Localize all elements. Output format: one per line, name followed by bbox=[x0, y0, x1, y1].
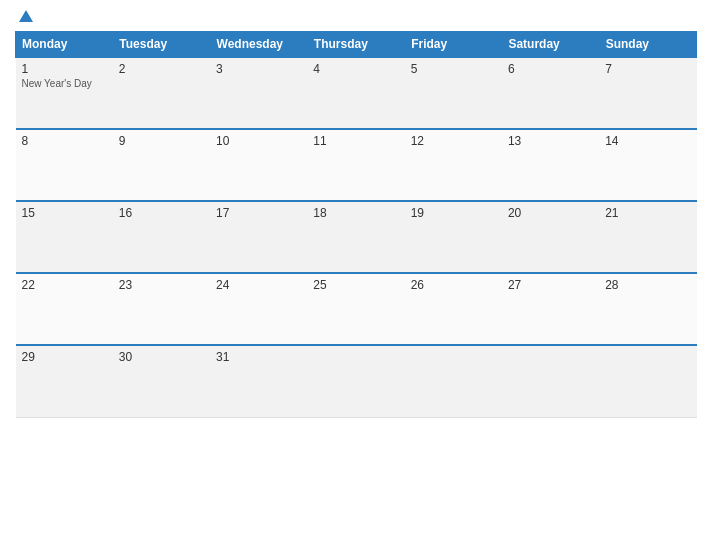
logo-triangle-icon bbox=[19, 10, 33, 22]
day-number: 3 bbox=[216, 62, 301, 76]
weekday-header-row: MondayTuesdayWednesdayThursdayFridaySatu… bbox=[16, 32, 697, 58]
day-number: 29 bbox=[22, 350, 107, 364]
calendar-cell: 14 bbox=[599, 129, 696, 201]
calendar-container: MondayTuesdayWednesdayThursdayFridaySatu… bbox=[0, 0, 712, 550]
calendar-cell: 6 bbox=[502, 57, 599, 129]
header bbox=[15, 10, 697, 23]
calendar-cell: 28 bbox=[599, 273, 696, 345]
day-number: 19 bbox=[411, 206, 496, 220]
week-row-2: 891011121314 bbox=[16, 129, 697, 201]
week-row-3: 15161718192021 bbox=[16, 201, 697, 273]
day-number: 15 bbox=[22, 206, 107, 220]
week-row-4: 22232425262728 bbox=[16, 273, 697, 345]
calendar-cell: 29 bbox=[16, 345, 113, 417]
calendar-cell: 16 bbox=[113, 201, 210, 273]
day-number: 2 bbox=[119, 62, 204, 76]
calendar-cell: 3 bbox=[210, 57, 307, 129]
day-number: 20 bbox=[508, 206, 593, 220]
weekday-header-monday: Monday bbox=[16, 32, 113, 58]
calendar-cell: 1New Year's Day bbox=[16, 57, 113, 129]
day-number: 28 bbox=[605, 278, 690, 292]
holiday-label: New Year's Day bbox=[22, 78, 107, 89]
day-number: 21 bbox=[605, 206, 690, 220]
calendar-cell: 20 bbox=[502, 201, 599, 273]
calendar-cell: 2 bbox=[113, 57, 210, 129]
calendar-cell: 26 bbox=[405, 273, 502, 345]
day-number: 9 bbox=[119, 134, 204, 148]
calendar-cell: 11 bbox=[307, 129, 404, 201]
day-number: 31 bbox=[216, 350, 301, 364]
weekday-header-friday: Friday bbox=[405, 32, 502, 58]
weekday-header-thursday: Thursday bbox=[307, 32, 404, 58]
day-number: 30 bbox=[119, 350, 204, 364]
calendar-cell: 10 bbox=[210, 129, 307, 201]
day-number: 13 bbox=[508, 134, 593, 148]
day-number: 8 bbox=[22, 134, 107, 148]
day-number: 5 bbox=[411, 62, 496, 76]
day-number: 18 bbox=[313, 206, 398, 220]
calendar-cell: 25 bbox=[307, 273, 404, 345]
calendar-grid: MondayTuesdayWednesdayThursdayFridaySatu… bbox=[15, 31, 697, 418]
day-number: 27 bbox=[508, 278, 593, 292]
day-number: 4 bbox=[313, 62, 398, 76]
calendar-cell: 13 bbox=[502, 129, 599, 201]
calendar-cell: 12 bbox=[405, 129, 502, 201]
calendar-cell: 30 bbox=[113, 345, 210, 417]
calendar-cell: 18 bbox=[307, 201, 404, 273]
calendar-cell: 8 bbox=[16, 129, 113, 201]
calendar-cell: 15 bbox=[16, 201, 113, 273]
day-number: 23 bbox=[119, 278, 204, 292]
calendar-cell bbox=[599, 345, 696, 417]
day-number: 7 bbox=[605, 62, 690, 76]
weekday-header-tuesday: Tuesday bbox=[113, 32, 210, 58]
calendar-cell: 17 bbox=[210, 201, 307, 273]
week-row-5: 293031 bbox=[16, 345, 697, 417]
calendar-cell: 22 bbox=[16, 273, 113, 345]
day-number: 14 bbox=[605, 134, 690, 148]
calendar-cell bbox=[307, 345, 404, 417]
day-number: 24 bbox=[216, 278, 301, 292]
weekday-header-wednesday: Wednesday bbox=[210, 32, 307, 58]
day-number: 25 bbox=[313, 278, 398, 292]
calendar-cell: 21 bbox=[599, 201, 696, 273]
day-number: 10 bbox=[216, 134, 301, 148]
day-number: 11 bbox=[313, 134, 398, 148]
logo bbox=[15, 10, 33, 23]
calendar-cell: 31 bbox=[210, 345, 307, 417]
calendar-cell: 9 bbox=[113, 129, 210, 201]
calendar-cell bbox=[502, 345, 599, 417]
day-number: 22 bbox=[22, 278, 107, 292]
calendar-cell: 24 bbox=[210, 273, 307, 345]
day-number: 16 bbox=[119, 206, 204, 220]
calendar-cell: 19 bbox=[405, 201, 502, 273]
calendar-cell: 5 bbox=[405, 57, 502, 129]
day-number: 1 bbox=[22, 62, 107, 76]
calendar-cell: 27 bbox=[502, 273, 599, 345]
weekday-header-sunday: Sunday bbox=[599, 32, 696, 58]
day-number: 26 bbox=[411, 278, 496, 292]
day-number: 6 bbox=[508, 62, 593, 76]
weekday-header-saturday: Saturday bbox=[502, 32, 599, 58]
calendar-cell: 7 bbox=[599, 57, 696, 129]
day-number: 12 bbox=[411, 134, 496, 148]
calendar-cell: 4 bbox=[307, 57, 404, 129]
calendar-cell: 23 bbox=[113, 273, 210, 345]
week-row-1: 1New Year's Day234567 bbox=[16, 57, 697, 129]
calendar-cell bbox=[405, 345, 502, 417]
day-number: 17 bbox=[216, 206, 301, 220]
